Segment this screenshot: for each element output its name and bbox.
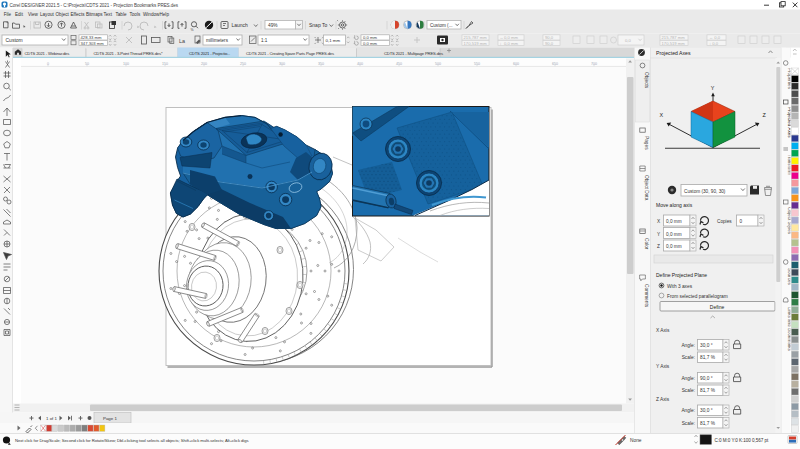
svg-text:From selected parallelogram: From selected parallelogram [667,294,728,299]
svg-text:Objects: Objects [644,72,649,89]
svg-text:Tools: Tools [130,12,141,17]
svg-text:View: View [28,12,39,17]
svg-text:La: La [179,38,185,44]
svg-text:X: X [660,112,664,118]
svg-text:Snap To: Snap To [309,22,327,28]
svg-text:Effects: Effects [71,12,86,17]
svg-text:Z: Z [657,244,660,249]
svg-text:File: File [4,12,12,17]
svg-text:Corel DESIGNER 2021.5 - C:\Pro: Corel DESIGNER 2021.5 - C:\Projects\CDTS… [10,3,179,8]
svg-text:Define: Define [710,304,725,310]
svg-text:215,787 mm: 215,787 mm [464,35,488,40]
svg-text:1 of 1: 1 of 1 [46,416,58,421]
svg-text:Y: Y [711,85,715,91]
svg-text:↕ 0,0: ↕ 0,0 [709,41,719,46]
svg-text:49%: 49% [268,23,278,28]
svg-text:0,0 mm: 0,0 mm [363,41,377,46]
svg-text:C:0 M:0 Y:0 K:100 0,567 pt: C:0 M:0 Y:0 K:100 0,567 pt [715,438,770,443]
svg-text:Scale:: Scale: [682,388,695,393]
svg-text:81,7 %: 81,7 % [700,388,716,393]
svg-text:428,33 mm: 428,33 mm [81,35,102,40]
svg-text:Table: Table [116,12,127,17]
svg-text:30,0 °: 30,0 ° [700,343,713,348]
svg-text:Color: Color [644,238,649,250]
svg-text:Custom (30, 90, 30): Custom (30, 90, 30) [684,189,726,194]
svg-text:Pages: Pages [644,136,649,150]
svg-text:Copies: Copies [717,219,732,224]
svg-text:Angle:: Angle: [681,343,695,348]
svg-text:Text: Text [104,12,113,17]
svg-text:0: 0 [740,219,743,224]
svg-text:215,787 mm: 215,787 mm [662,35,686,40]
svg-text:Angle:: Angle: [681,376,695,381]
svg-text:347,303 mm: 347,303 mm [81,41,105,46]
svg-text:0,0 mm: 0,0 mm [666,232,682,237]
svg-text:Edit: Edit [15,12,24,17]
svg-text:None: None [630,438,642,443]
svg-text:Object Data: Object Data [644,175,649,201]
svg-text:Window: Window [143,12,160,17]
svg-text:81,7 %: 81,7 % [700,355,716,360]
svg-text:Help: Help [160,12,170,17]
svg-text:X Axis: X Axis [656,328,670,333]
svg-text:Object: Object [56,12,70,17]
svg-text:1:1: 1:1 [261,38,268,43]
svg-text:30,0 °: 30,0 ° [700,408,713,413]
svg-text:170,519 mm: 170,519 mm [464,41,488,46]
svg-text:Scale:: Scale: [682,421,695,426]
svg-text:With 3 axes: With 3 axes [667,284,693,289]
svg-text:81,7 %: 81,7 % [700,421,716,426]
svg-text:Z Axis: Z Axis [656,397,670,402]
svg-text:0,0: 0,0 [625,38,631,43]
svg-text:170,519 mm: 170,519 mm [662,41,686,46]
svg-text:Define Projected Plane: Define Projected Plane [656,272,707,278]
svg-text:Layout: Layout [40,12,55,17]
svg-text:0,0 mm: 0,0 mm [504,35,518,40]
svg-text:Projected Axes: Projected Axes [656,50,691,56]
svg-text:90,0: 90,0 [545,35,554,40]
svg-text:Scale:: Scale: [682,355,695,360]
svg-text:0,0 mm: 0,0 mm [666,244,682,249]
svg-text:Custom: Custom [6,37,23,43]
svg-text:Bitmaps: Bitmaps [86,12,103,17]
svg-text:0,0 mm: 0,0 mm [363,35,377,40]
svg-text:Page 1: Page 1 [103,416,117,421]
svg-text:millimeters: millimeters [206,38,229,43]
svg-text:Launch: Launch [232,22,249,28]
svg-text:Custom (...: Custom (... [430,23,452,28]
svg-text:↕: ↕ [500,41,502,46]
svg-text:90,0 °: 90,0 ° [700,376,713,381]
svg-text:Y Axis: Y Axis [656,364,670,369]
svg-text:0,1 mm: 0,1 mm [326,38,341,43]
svg-text:%: % [191,28,194,32]
svg-text:↔: ↔ [500,35,504,40]
svg-text:0,0 mm: 0,0 mm [504,41,518,46]
svg-text:Angle:: Angle: [681,408,695,413]
svg-text:Move along axis: Move along axis [656,202,693,208]
svg-text:0,0 mm: 0,0 mm [666,219,682,224]
svg-text:90,0: 90,0 [545,41,554,46]
svg-text:↔ 0,0: ↔ 0,0 [709,35,721,40]
svg-text:Comments: Comments [644,284,649,308]
svg-text:Next click for Drag/Scale; Sec: Next click for Drag/Scale; Second click … [15,438,249,443]
